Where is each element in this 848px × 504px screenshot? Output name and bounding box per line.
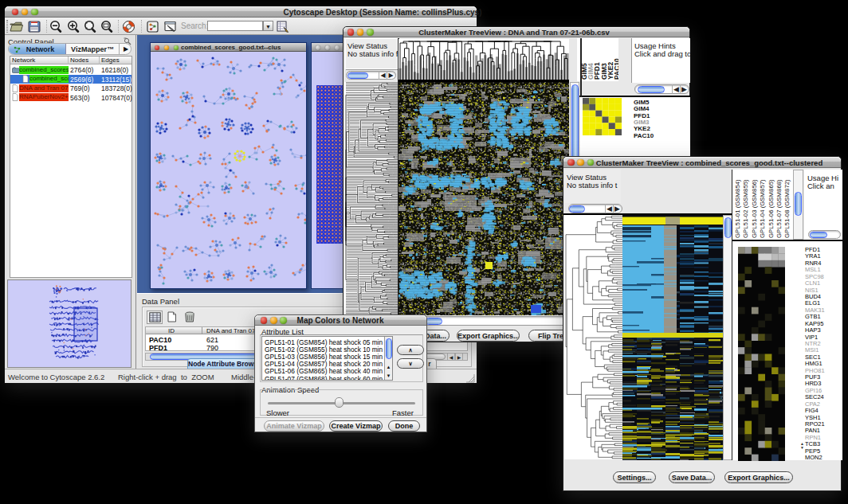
svg-text:GPL51-03 (GSM856): GPL51-03 (GSM856): [751, 179, 758, 238]
svg-text:GPL51-02 (GSM855): GPL51-02 (GSM855): [742, 179, 749, 238]
svg-text:PAC10: PAC10: [613, 58, 618, 80]
svg-text:GPL51-06 (GSM865): GPL51-06 (GSM865): [768, 179, 775, 238]
svg-text:GPL51-04 (GSM857): GPL51-04 (GSM857): [759, 179, 766, 238]
svg-text:GPL51-07 (GSM868): GPL51-07 (GSM868): [775, 179, 783, 238]
svg-text:GPL51-01 (GSM854): GPL51-01 (GSM854): [734, 179, 741, 238]
svg-text:GPL51-08 (GSM872): GPL51-08 (GSM872): [783, 179, 791, 238]
